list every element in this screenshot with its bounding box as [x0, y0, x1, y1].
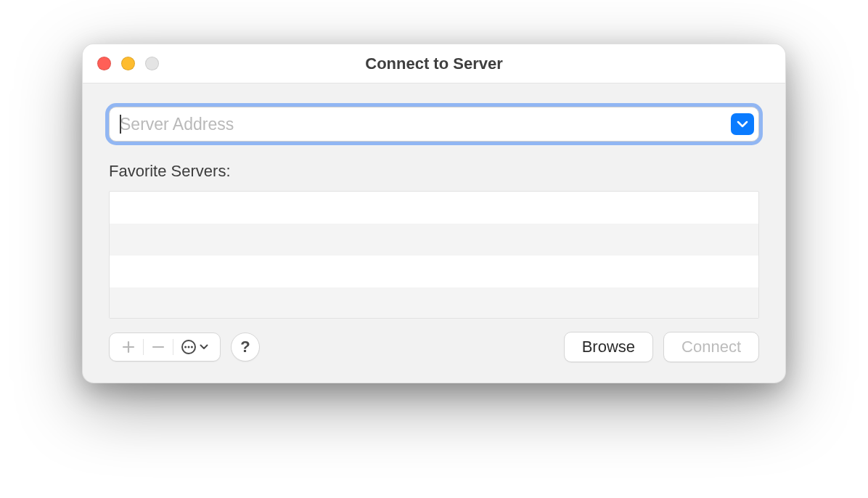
list-row — [110, 224, 758, 256]
close-window-button[interactable] — [97, 57, 111, 70]
server-address-field[interactable] — [109, 107, 759, 142]
favorite-servers-list[interactable] — [109, 191, 759, 319]
list-row — [110, 192, 758, 224]
question-mark-icon: ? — [240, 338, 250, 356]
add-favorite-button[interactable] — [117, 333, 140, 361]
divider — [143, 339, 144, 355]
list-row — [110, 287, 758, 319]
server-address-input[interactable] — [120, 107, 731, 141]
connect-to-server-window: Connect to Server Favorite Servers: — [82, 44, 786, 383]
content-area: Favorite Servers: — [83, 83, 785, 383]
list-edit-controls — [109, 332, 221, 362]
chevron-down-icon — [737, 120, 748, 128]
traffic-lights — [97, 57, 159, 70]
chevron-down-icon — [200, 343, 208, 351]
remove-favorite-button[interactable] — [147, 333, 170, 361]
divider — [173, 339, 173, 355]
browse-button[interactable]: Browse — [564, 332, 653, 362]
address-history-dropdown[interactable] — [731, 113, 754, 135]
svg-point-3 — [191, 346, 193, 348]
minimize-window-button[interactable] — [121, 57, 135, 70]
svg-point-2 — [188, 346, 190, 348]
actions-menu-button[interactable] — [176, 333, 213, 361]
window-title: Connect to Server — [83, 54, 785, 73]
text-cursor — [120, 115, 121, 134]
plus-icon — [122, 340, 135, 354]
svg-point-1 — [184, 346, 187, 348]
connect-button: Connect — [663, 332, 759, 362]
favorite-servers-label: Favorite Servers: — [109, 162, 759, 181]
zoom-window-button — [145, 57, 159, 70]
ellipsis-circle-icon — [181, 339, 197, 355]
list-row — [110, 256, 758, 287]
footer-toolbar: ? Browse Connect — [109, 332, 759, 362]
minus-icon — [152, 340, 165, 354]
help-button[interactable]: ? — [231, 332, 260, 362]
titlebar: Connect to Server — [83, 44, 785, 83]
